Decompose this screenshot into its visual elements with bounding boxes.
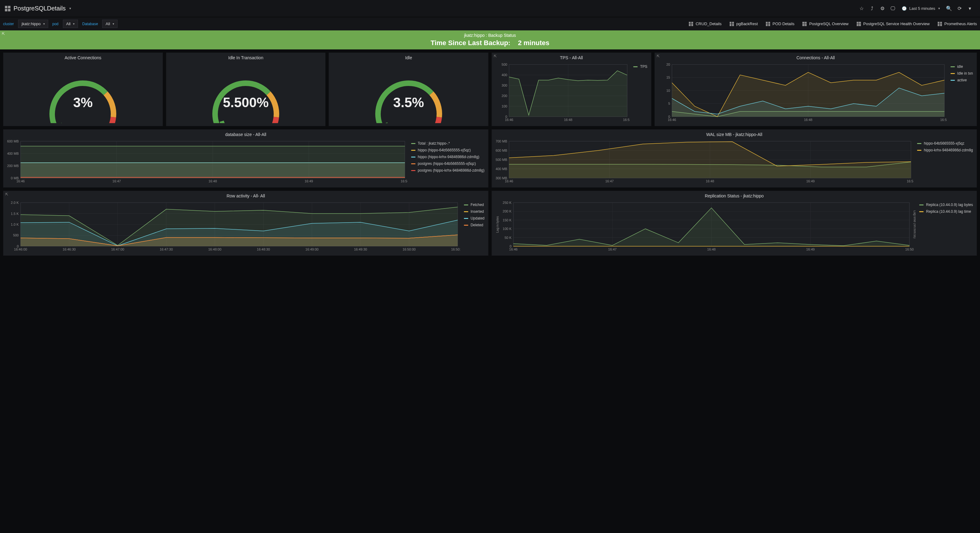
var-label-cluster[interactable]: cluster [3,22,14,26]
dashboard-link[interactable]: CRUD_Details [689,21,722,26]
legend-item[interactable]: Fetched [464,203,484,207]
panel-replication-status[interactable]: Replication Status - jkatz:hippo 050 K10… [492,191,977,256]
svg-text:20: 20 [666,63,670,66]
var-value-database: All [105,21,110,26]
svg-text:50 K: 50 K [504,236,511,239]
star-button[interactable]: ☆ [856,3,867,14]
panel-idle[interactable]: Idle 3.5% [329,53,488,126]
panel-link-icon[interactable]: ⇱ [2,32,5,36]
svg-text:16:50: 16:50 [401,179,407,183]
dashboard-link[interactable]: PostgreSQL Overview [802,21,848,26]
chart-rowactivity: 05001.0 K1.5 K2.0 K16:46:0016:46:3016:47… [6,201,460,253]
legend-swatch [919,211,924,212]
time-range-picker[interactable]: 🕘 Last 5 minutes ▾ [898,3,944,14]
dashboard-link[interactable]: pgBackRest [730,21,758,26]
svg-text:16:46: 16:46 [505,118,513,121]
panel-link-icon[interactable]: ⇱ [657,54,660,58]
var-label-database[interactable]: Database [82,22,98,26]
svg-text:200 MB: 200 MB [7,164,19,168]
svg-text:1.0 K: 1.0 K [11,223,19,226]
refresh-button[interactable]: ⟳ [954,3,965,14]
panel-title: Row activity - All- All [3,191,488,199]
legend-item[interactable]: hippo-64b5665555-xj5qz [917,141,973,145]
panel-grid: Active Connections 3% Idle In Transactio… [0,49,980,259]
legend-label: Total : jkatz:hippo-.* [418,141,450,145]
legend-item[interactable]: postgres (hippo-krhx-94846986d-zdm8g) [411,168,484,172]
panel-tps[interactable]: ⇱ TPS - All-All 010020030040050016:4616:… [492,53,651,126]
panel-database-size[interactable]: database size - All-All 0 MB200 MB400 MB… [3,129,488,188]
dashboard-icon [689,22,693,26]
legend-item[interactable]: idle [951,64,973,69]
svg-text:15: 15 [666,76,670,80]
dashboard-icon [730,22,734,26]
legend-label: hippo-krhx-94846986d-zdm8g [924,148,973,152]
panel-active-connections[interactable]: Active Connections 3% [3,53,163,126]
legend-replication: Replica (10.44.0.9) lag bytesReplica (10… [918,201,974,253]
dashboard-title-dropdown[interactable]: PostgreSQLDetails ▾ [5,5,71,12]
var-label-pod[interactable]: pod [52,22,59,26]
legend-item[interactable]: hippo-krhx-94846986d-zdm8g [917,148,973,152]
dashboard-link[interactable]: POD Details [766,21,795,26]
chevron-down-icon: ▾ [113,22,114,26]
svg-text:5: 5 [668,102,670,105]
svg-text:16:47:00: 16:47:00 [111,247,124,251]
refresh-interval-dropdown[interactable]: ▾ [965,3,975,14]
link-label: POD Details [773,21,795,26]
tv-mode-button[interactable]: 🖵 [888,3,898,14]
svg-text:16:48: 16:48 [706,179,714,183]
dashboard-link[interactable]: PostgreSQL Service Health Overview [857,21,930,26]
panel-row-activity[interactable]: ⇱ Row activity - All- All 05001.0 K1.5 K… [3,191,488,256]
legend-item[interactable]: postgres (hippo-64b5665555-xj5qz) [411,161,484,166]
link-label: Prometheus Alerts [944,21,977,26]
legend-item[interactable]: Inserted [464,209,484,214]
var-select-cluster[interactable]: jkatz:hippo ▾ [18,20,48,28]
dashboard-icon [857,22,861,26]
settings-button[interactable]: ⚙ [877,3,888,14]
legend-item[interactable]: hippo (hippo-64b5665555-xj5qz) [411,148,484,152]
legend-walsize: hippo-64b5665555-xj5qzhippo-krhx-9484698… [916,139,974,185]
zoom-out-button[interactable]: 🔍 [944,3,954,14]
panel-link-icon[interactable]: ⇱ [5,192,8,196]
legend-item[interactable]: Idle in txn [951,71,973,75]
legend-label: postgres (hippo-64b5665555-xj5qz) [418,161,476,166]
panel-title: Connections - All-All [655,53,977,61]
svg-text:16:49:30: 16:49:30 [354,247,367,251]
share-button[interactable]: ⤴ [867,3,877,14]
legend-item[interactable]: Deleted [464,223,484,227]
svg-text:16:49: 16:49 [305,179,313,183]
svg-text:1.5 K: 1.5 K [11,212,19,215]
legend-item[interactable]: hippo (hippo-krhx-94846986d-zdm8g) [411,155,484,159]
legend-swatch [464,204,468,206]
dashboard-link[interactable]: Prometheus Alerts [938,21,977,26]
legend-item[interactable]: active [951,78,973,82]
legend-swatch [951,66,955,67]
panel-link-icon[interactable]: ⇱ [494,54,497,58]
svg-text:16:50: 16:50 [905,247,914,251]
svg-text:16:50:30: 16:50:30 [451,247,460,251]
svg-text:16:46:00: 16:46:00 [14,247,27,251]
legend-swatch [411,170,415,171]
legend-swatch [633,66,638,67]
svg-text:400: 400 [502,73,507,77]
legend-swatch [951,80,955,81]
panel-title: Replication Status - jkatz:hippo [492,191,977,199]
legend-label: idle [957,64,963,69]
legend-item[interactable]: Replica (10.44.0.9) lag bytes [919,203,973,207]
panel-connections[interactable]: ⇱ Connections - All-All 0510152016:4616:… [654,53,977,126]
var-select-pod[interactable]: All ▾ [63,20,78,28]
legend-swatch [919,204,924,206]
panel-wal-size[interactable]: WAL size MB - jkatz:hippo-All 300 MB400 … [492,129,977,188]
var-value-pod: All [66,21,70,26]
var-select-database[interactable]: All ▾ [102,20,117,28]
svg-text:16:47: 16:47 [112,179,121,183]
panel-idle-in-transaction[interactable]: Idle In Transaction 5.500% [166,53,326,126]
legend-label: Inserted [471,209,484,214]
svg-text:16:48: 16:48 [208,179,217,183]
svg-text:Lag in bytes: Lag in bytes [496,216,499,233]
legend-item[interactable]: TPS [633,64,647,69]
svg-text:16:50: 16:50 [940,118,947,121]
legend-item[interactable]: Total : jkatz:hippo-.* [411,141,484,145]
legend-item[interactable]: Updated [464,216,484,220]
legend-item[interactable]: Replica (10.44.0.9) lag time [919,209,973,214]
svg-text:16:46: 16:46 [509,247,518,251]
